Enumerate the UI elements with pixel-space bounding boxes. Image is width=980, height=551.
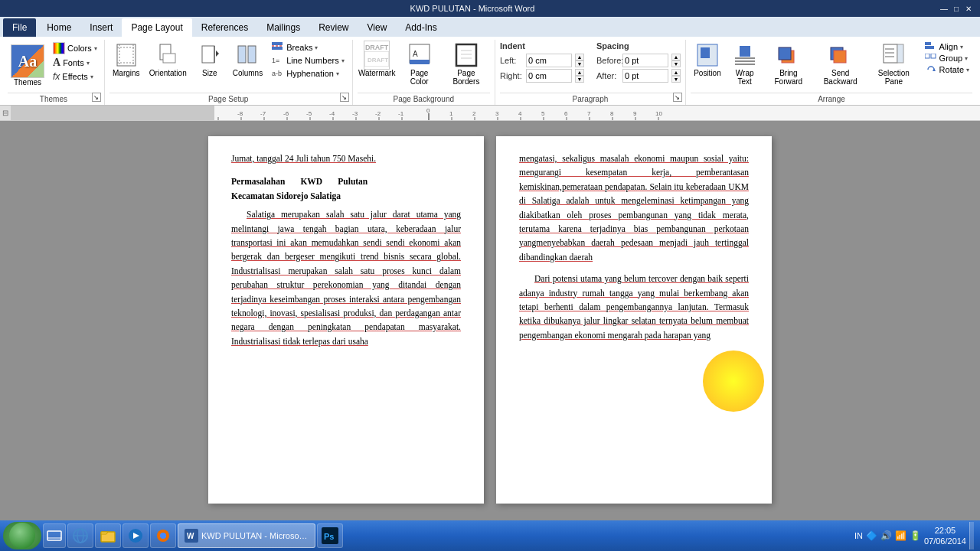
indent-left-input[interactable]: 0 cm [526, 54, 572, 67]
maximize-button[interactable]: □ [951, 3, 962, 14]
selection-pane-button[interactable]: Selection Pane [869, 41, 919, 87]
indent-left-down[interactable]: ▼ [575, 60, 584, 67]
orientation-button[interactable]: Orientation [146, 41, 190, 79]
svg-rect-37 [884, 44, 897, 63]
align-icon [925, 42, 937, 51]
svg-rect-7 [202, 46, 214, 63]
title-bar: KWD PULUTAN - Microsoft Word — □ ✕ [0, 0, 980, 17]
browser-button[interactable] [67, 523, 93, 548]
themes-expand-button[interactable]: ↘ [92, 93, 101, 102]
selection-pane-icon [881, 43, 906, 67]
rotate-button[interactable]: Rotate ▾ [922, 64, 972, 75]
page-setup-expand-button[interactable]: ↘ [340, 93, 349, 102]
indent-right-row: Right: 0 cm ▲ ▼ [500, 69, 584, 83]
svg-text:4: 4 [518, 110, 522, 117]
doc-container: Jumat, tanggal 24 Juli tahun 750 Masehi.… [208, 136, 772, 516]
indent-right-down[interactable]: ▼ [575, 76, 584, 83]
volume-icon[interactable]: 🔊 [880, 530, 892, 541]
bring-forward-button[interactable]: Bring Forward [765, 41, 812, 87]
word-app-button[interactable]: W KWD PULUTAN - Microsoft W... [178, 523, 315, 548]
time-display[interactable]: 22:05 07/06/2014 [924, 525, 966, 547]
svg-text:6: 6 [564, 110, 568, 117]
spacing-before-input[interactable]: 0 pt [622, 54, 668, 67]
tab-insert[interactable]: Insert [80, 18, 122, 37]
spacing-group: Spacing Before: 0 pt ▲ ▼ After: [596, 41, 681, 83]
ruler-left-control[interactable]: ⊟ [0, 106, 11, 120]
effects-button[interactable]: fx Effects ▾ [51, 70, 100, 83]
ruler-left-margin [11, 106, 214, 120]
hyphenation-button[interactable]: a-b Hyphenation ▾ [269, 67, 347, 80]
svg-text:1=: 1= [272, 57, 279, 64]
breaks-group: Breaks ▾ 1= Line Numbers ▾ a-b Hyphenati… [269, 41, 347, 80]
page-color-icon: A [407, 43, 432, 67]
show-desktop-strip[interactable] [969, 522, 974, 549]
paragraph-expand-button[interactable]: ↘ [673, 93, 682, 102]
spacing-after-down[interactable]: ▼ [671, 76, 681, 83]
tab-file[interactable]: File [3, 18, 36, 37]
show-desktop-button[interactable] [43, 523, 66, 548]
indent-group: Indent Left: 0 cm ▲ ▼ Right: [500, 41, 584, 83]
line-numbers-button[interactable]: 1= Line Numbers ▾ [269, 54, 347, 67]
svg-rect-28 [701, 47, 710, 58]
svg-rect-34 [779, 47, 791, 60]
close-button[interactable]: ✕ [963, 3, 974, 14]
wrap-text-button[interactable]: Wrap Text [727, 41, 763, 87]
bluetooth-icon: 🔷 [866, 530, 877, 541]
right-page-para2: Dari potensi utama yang belum tercover d… [519, 272, 749, 342]
tab-home[interactable]: Home [38, 18, 80, 37]
arrange-group-label: Arrange [818, 95, 845, 103]
tray-icons: 🔷 🔊 📶 🔋 [866, 530, 921, 541]
page-borders-button[interactable]: Page Borders [443, 41, 490, 87]
effects-dropdown-arrow: ▾ [90, 73, 93, 80]
indent-left-up[interactable]: ▲ [575, 54, 584, 60]
firefox-button[interactable] [150, 523, 176, 548]
fonts-button[interactable]: A Fonts ▾ [51, 56, 100, 70]
group-button[interactable]: Group ▾ [922, 53, 972, 64]
tab-page-layout[interactable]: Page Layout [122, 18, 191, 37]
minimize-button[interactable]: — [939, 3, 949, 14]
ps-button[interactable]: Ps [317, 523, 343, 548]
spacing-before-up[interactable]: ▲ [671, 54, 681, 60]
size-button[interactable]: Size [193, 41, 227, 79]
browser-icon [72, 527, 89, 544]
explorer-button[interactable] [95, 523, 121, 548]
tab-view[interactable]: View [358, 18, 397, 37]
send-backward-button[interactable]: Send Backward [815, 41, 866, 87]
themes-label: Themes [14, 78, 41, 86]
svg-text:9: 9 [633, 110, 637, 117]
tab-mailings[interactable]: Mailings [257, 18, 309, 37]
network-icon[interactable]: 📶 [895, 530, 906, 541]
svg-rect-29 [740, 46, 750, 57]
spacing-before-down[interactable]: ▼ [671, 60, 681, 67]
position-icon [695, 43, 720, 67]
tab-add-ins[interactable]: Add-Ins [396, 18, 446, 37]
svg-rect-44 [925, 54, 929, 58]
group-icon [925, 54, 937, 63]
spacing-title: Spacing [596, 41, 681, 51]
breaks-button[interactable]: Breaks ▾ [269, 41, 347, 54]
start-button[interactable] [3, 522, 41, 549]
themes-button[interactable]: Aa Themes [8, 41, 47, 90]
svg-rect-13 [272, 47, 283, 50]
spacing-before-row: Before: 0 pt ▲ ▼ [596, 54, 681, 67]
tray-area: IN 🔷 🔊 📶 🔋 22:05 07/06/2014 [854, 522, 977, 549]
colors-button[interactable]: Colors ▾ [51, 41, 100, 55]
svg-marker-9 [216, 51, 219, 57]
tab-references[interactable]: References [192, 18, 257, 37]
page-color-button[interactable]: A Page Color [400, 41, 439, 87]
spacing-after-up[interactable]: ▲ [671, 69, 681, 76]
media-player-button[interactable] [122, 523, 149, 548]
spacing-after-input[interactable]: 0 pt [622, 69, 668, 83]
columns-label: Columns [233, 69, 263, 77]
tab-review[interactable]: Review [309, 18, 358, 37]
indent-right-input[interactable]: 0 cm [526, 69, 572, 83]
svg-text:DRAFT: DRAFT [368, 57, 388, 64]
indent-right-up[interactable]: ▲ [575, 69, 584, 76]
position-button[interactable]: Position [691, 41, 724, 79]
watermark-button[interactable]: DRAFT DRAFT Watermark [358, 41, 397, 79]
align-button[interactable]: Align ▾ [922, 41, 972, 52]
margins-button[interactable]: Margins [109, 41, 143, 79]
align-group-stack: Align ▾ Group ▾ Rotate [922, 41, 972, 75]
columns-button[interactable]: Columns [230, 41, 266, 79]
svg-text:-8: -8 [237, 110, 243, 117]
